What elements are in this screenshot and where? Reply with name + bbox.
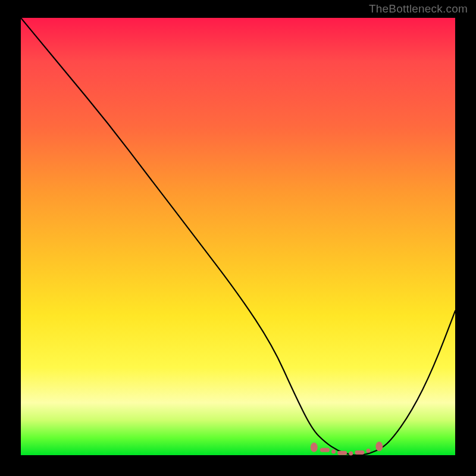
optimal-zone-marker (311, 443, 318, 452)
optimal-zone-marker (331, 450, 336, 454)
plot-area (21, 18, 455, 455)
optimal-zone-marker (320, 448, 330, 452)
attribution-text: TheBottleneck.com (369, 2, 468, 15)
curve-svg (21, 18, 455, 455)
bottleneck-curve-line (21, 18, 455, 455)
chart-frame: TheBottleneck.com (0, 0, 476, 476)
optimal-zone-marker (355, 450, 364, 455)
optimal-zone-marker (375, 441, 383, 451)
optimal-zone-marker (337, 451, 347, 455)
optimal-zone-marker (349, 452, 353, 456)
optimal-zone-markers (311, 441, 383, 455)
optimal-zone-marker (367, 449, 371, 453)
